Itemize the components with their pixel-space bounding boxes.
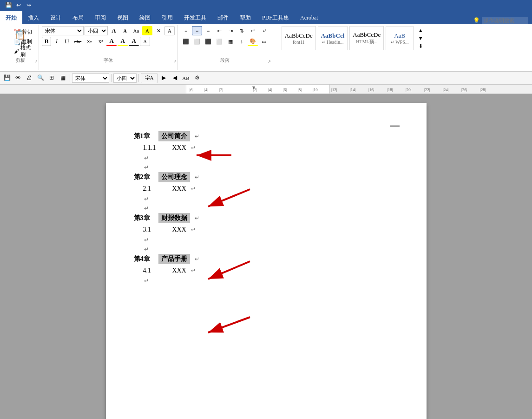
font-grow-btn[interactable]: A bbox=[109, 26, 119, 35]
tab-devtools[interactable]: 开发工具 bbox=[178, 11, 212, 24]
align-right-btn[interactable]: ⬛ bbox=[203, 37, 213, 46]
increase-indent-btn[interactable]: ⇥ bbox=[225, 26, 236, 35]
svg-line-22 bbox=[208, 317, 250, 333]
toolbar2-size-grow-btn[interactable]: ▶ bbox=[158, 73, 169, 83]
style-wps[interactable]: AaB ↵ WPS... bbox=[386, 26, 414, 50]
font-color-a-btn[interactable]: A bbox=[106, 37, 117, 46]
style-font11[interactable]: AaBbCcDe font11 bbox=[282, 26, 316, 50]
svg-text:|2|: |2| bbox=[219, 87, 223, 92]
undo-btn[interactable]: ↩ bbox=[14, 0, 23, 10]
tab-insert[interactable]: 插入 bbox=[22, 11, 45, 24]
document-content: 第1章 公司简介 ↵ 1.1.1 XXX ↵ ↵ ↵ 第2章 bbox=[134, 122, 399, 286]
superscript-btn[interactable]: X² bbox=[95, 37, 105, 46]
tab-layout[interactable]: 布局 bbox=[67, 11, 89, 24]
font-highlight-btn[interactable]: A bbox=[118, 37, 128, 46]
print-preview-btn[interactable]: 👁 bbox=[13, 73, 23, 83]
save-toolbar-btn[interactable]: 💾 bbox=[2, 73, 12, 83]
redo-btn[interactable]: ↪ bbox=[24, 0, 33, 10]
svg-text:|24|: |24| bbox=[443, 87, 449, 92]
cut-btn[interactable]: ✂️ 剪切 bbox=[13, 27, 36, 36]
empty6-mark: ↵ bbox=[144, 246, 149, 253]
document-area[interactable]: 第1章 公司简介 ↵ 1.1.1 XXX ↵ ↵ ↵ 第2章 bbox=[0, 94, 532, 419]
show-hide-btn[interactable]: ↵ bbox=[248, 26, 258, 35]
numbered-list-btn[interactable]: ≡ bbox=[192, 26, 202, 35]
chapter4-sub1-num: 4.1 bbox=[143, 267, 169, 274]
extra-para-btn[interactable]: ⤶ bbox=[259, 26, 269, 35]
cursor-top bbox=[390, 126, 400, 126]
font-color2-btn[interactable]: A bbox=[129, 37, 139, 46]
bullet-list-btn[interactable]: ≡ bbox=[181, 26, 191, 35]
tab-home[interactable]: 开始 bbox=[0, 11, 22, 24]
paragraph-expand-icon[interactable]: ↗ bbox=[268, 60, 271, 64]
sort-btn[interactable]: ⇅ bbox=[236, 26, 247, 35]
empty6: ↵ bbox=[134, 245, 399, 254]
format-brush-btn[interactable]: 🖌 格式刷 bbox=[13, 47, 36, 56]
justify-btn[interactable]: ⬜ bbox=[214, 37, 224, 46]
italic-btn[interactable]: I bbox=[52, 37, 61, 46]
style-scroll-up-btn[interactable]: ▲ bbox=[415, 26, 426, 34]
font-expand-icon[interactable]: ↗ bbox=[173, 60, 177, 64]
columns-btn[interactable]: ▦ bbox=[225, 37, 236, 46]
tab-help[interactable]: 帮助 bbox=[234, 11, 256, 24]
style-heading[interactable]: AaBbCcl ↵ Headin... bbox=[318, 26, 348, 50]
ribbon-tabs-bar: 开始 插入 设计 布局 审阅 视图 绘图 引用 开发工具 邮件 帮助 PDF工具… bbox=[0, 10, 532, 24]
search-toolbar-btn[interactable]: 🔍 bbox=[35, 73, 46, 83]
tab-draw[interactable]: 绘图 bbox=[134, 11, 156, 24]
underline-btn[interactable]: U bbox=[62, 37, 72, 46]
toolbar2-size-shrink-btn[interactable]: ◀ bbox=[170, 73, 180, 83]
font-shrink-btn[interactable]: A bbox=[120, 26, 130, 35]
font-effect-btn[interactable]: A bbox=[164, 26, 175, 35]
toolbar2-sep3 bbox=[138, 74, 139, 82]
bold-btn[interactable]: B bbox=[42, 37, 51, 46]
font-size-select[interactable]: 小四 bbox=[85, 26, 108, 35]
chapter1-sub1: 1.1.1 XXX ↵ bbox=[134, 144, 399, 152]
multilevel-list-btn[interactable]: ≡ bbox=[203, 26, 213, 35]
subscript-btn[interactable]: X₂ bbox=[84, 37, 94, 46]
clear-format-btn[interactable]: ✕ bbox=[153, 26, 164, 35]
fill-color-btn[interactable]: 🎨 bbox=[248, 37, 258, 46]
chapter2-sub1-text: XXX bbox=[172, 185, 186, 193]
decrease-indent-btn[interactable]: ⇤ bbox=[214, 26, 224, 35]
toolbar2-font-btn[interactable]: 字A bbox=[141, 73, 158, 83]
svg-text:|8|: |8| bbox=[298, 87, 302, 92]
align-left-btn[interactable]: ⬛ bbox=[181, 37, 191, 46]
font-name-select[interactable]: 宋体 bbox=[42, 26, 84, 35]
border-btn[interactable]: ▭ bbox=[259, 37, 269, 46]
chapter3-sub1: 3.1 XXX ↵ bbox=[134, 226, 399, 233]
paragraph-group: ≡ ≡ ≡ ⇤ ⇥ ⇅ ↵ ⤶ ⬛ ⬜ ⬛ ⬜ ▦ ↕ 🎨 ▭ bbox=[178, 25, 272, 70]
columns-toolbar-btn[interactable]: ▦ bbox=[58, 73, 68, 83]
strikethrough-btn[interactable]: abc bbox=[72, 37, 83, 46]
toolbar2-size-select[interactable]: 小四 bbox=[113, 73, 137, 83]
empty2-mark: ↵ bbox=[144, 164, 149, 171]
case-btn[interactable]: Aa bbox=[131, 26, 141, 35]
clipboard-expand-icon[interactable]: ↗ bbox=[34, 60, 38, 64]
tab-acrobat[interactable]: Acrobat bbox=[295, 11, 324, 24]
font-group: 宋体 小四 A A Aa A ✕ A B I U abc bbox=[39, 25, 178, 70]
print-btn[interactable]: 🖨 bbox=[24, 73, 34, 83]
toolbar2-extra-btn[interactable]: ⚙ bbox=[192, 73, 202, 83]
table-btn[interactable]: ⊞ bbox=[46, 73, 57, 83]
lightbulb-icon: 💡 bbox=[473, 17, 480, 24]
tab-design[interactable]: 设计 bbox=[45, 11, 67, 24]
tab-review[interactable]: 审阅 bbox=[89, 11, 112, 24]
style-scroll-down-btn[interactable]: ▼ bbox=[415, 34, 426, 42]
svg-text:|28|: |28| bbox=[480, 87, 486, 92]
tab-pdf[interactable]: PDF工具集 bbox=[256, 11, 295, 24]
style-expand-btn[interactable]: ⬇ bbox=[415, 42, 426, 50]
style-html[interactable]: AaBbCcDe HTML预... bbox=[349, 26, 384, 50]
chapter4-line: 第4章 产品手册 ↵ bbox=[134, 254, 399, 264]
align-center-btn[interactable]: ⬜ bbox=[192, 37, 202, 46]
empty1: ↵ bbox=[134, 153, 399, 163]
tab-mail[interactable]: 邮件 bbox=[212, 11, 234, 24]
help-search-input[interactable] bbox=[482, 17, 528, 24]
highlight-btn[interactable]: A bbox=[142, 26, 152, 35]
tab-reference[interactable]: 引用 bbox=[156, 11, 178, 24]
toolbar2-font-select[interactable]: 宋体 bbox=[72, 73, 109, 83]
toolbar2: 💾 👁 🖨 🔍 ⊞ ▦ 宋体 小四 字A ▶ ◀ AB ⚙ bbox=[0, 72, 532, 85]
shadow-btn[interactable]: A bbox=[140, 37, 150, 46]
line-spacing-btn[interactable]: ↕ bbox=[236, 37, 247, 46]
ruler: |6| |4| |2| |2| |4| |6| |8| |10| |12| |1… bbox=[0, 85, 532, 94]
tab-view[interactable]: 视图 bbox=[112, 11, 134, 24]
save-btn[interactable]: 💾 bbox=[4, 0, 13, 10]
toolbar2-case-btn[interactable]: AB bbox=[181, 73, 191, 83]
